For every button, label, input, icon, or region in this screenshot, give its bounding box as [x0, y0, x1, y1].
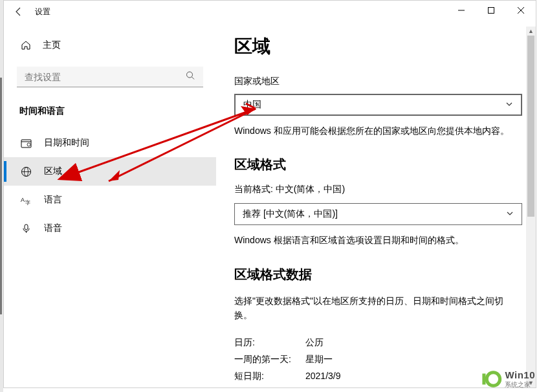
home-icon — [19, 40, 32, 50]
data-row-value: 星期一 — [305, 354, 333, 365]
watermark-line1: Win10 — [505, 370, 535, 381]
sidebar-item-label: 日期和时间 — [44, 137, 89, 149]
svg-point-8 — [27, 143, 30, 146]
format-data-title: 区域格式数据 — [234, 266, 518, 283]
minimize-button[interactable] — [446, 1, 476, 20]
format-dropdown[interactable]: 推荐 [中文(简体，中国)] — [234, 203, 522, 225]
data-row: 日历:公历 — [234, 334, 518, 351]
format-help-text: Windows 根据语言和区域首选项设置日期和时间的格式。 — [234, 233, 518, 247]
data-row: 长日期:2021年3月9日 — [234, 385, 518, 387]
clock-icon — [19, 138, 32, 149]
chevron-down-icon — [505, 99, 513, 111]
data-row-value: 公历 — [305, 337, 324, 349]
sidebar-item-label: 语言 — [44, 194, 62, 206]
data-row: 短日期:2021/3/9 — [234, 368, 518, 385]
chevron-down-icon — [506, 208, 514, 220]
search-input[interactable] — [17, 67, 203, 87]
country-value: 中国 — [243, 99, 261, 111]
svg-rect-6 — [21, 140, 31, 147]
sidebar-category: 时间和语言 — [19, 105, 216, 117]
watermark: Win10 系统之家 — [480, 368, 535, 390]
sidebar-item-label: 区域 — [44, 166, 62, 177]
sidebar-item-speech[interactable]: 语音 — [4, 214, 216, 243]
language-icon: A字 — [19, 195, 32, 206]
format-value: 推荐 [中文(简体，中国)] — [243, 208, 338, 220]
sidebar-home[interactable]: 主页 — [4, 34, 216, 56]
country-dropdown[interactable]: 中国 — [234, 94, 522, 116]
data-row-label: 短日期: — [234, 371, 305, 382]
svg-point-4 — [187, 72, 193, 78]
sidebar: 主页 时间和语言 日期和时间 区域 A字 语言 语音 — [4, 23, 216, 387]
window-title: 设置 — [35, 6, 50, 17]
svg-point-20 — [487, 373, 500, 386]
sidebar-item-label: 语音 — [44, 223, 62, 234]
watermark-line2: 系统之家 — [505, 381, 535, 388]
sidebar-item-language[interactable]: A字 语言 — [4, 186, 216, 214]
sidebar-item-datetime[interactable]: 日期和时间 — [4, 129, 216, 157]
settings-window: 设置 主页 时间和语言 日期和时间 区域 — [3, 0, 536, 388]
scrollbar[interactable]: ▲ ▼ — [526, 27, 536, 387]
sidebar-home-label: 主页 — [43, 39, 61, 51]
data-row-label: 一周的第一天: — [234, 354, 305, 365]
data-row: 一周的第一天:星期一 — [234, 351, 518, 368]
country-label: 国家或地区 — [234, 76, 518, 87]
current-format: 当前格式: 中文(简体，中国) — [234, 184, 518, 195]
format-section-title: 区域格式 — [234, 156, 518, 173]
scroll-up-icon[interactable]: ▲ — [526, 27, 536, 36]
back-button[interactable] — [8, 1, 30, 23]
globe-icon — [19, 166, 32, 177]
window-controls — [446, 1, 536, 20]
svg-text:A: A — [21, 197, 25, 203]
data-row-label: 日历: — [234, 337, 305, 349]
watermark-logo-icon — [480, 368, 502, 390]
titlebar: 设置 — [4, 1, 536, 23]
country-help-text: Windows 和应用可能会根据您所在的国家或地区向您提供本地内容。 — [234, 124, 518, 138]
svg-text:字: 字 — [25, 200, 30, 206]
content-area: 区域 国家或地区 中国 Windows 和应用可能会根据您所在的国家或地区向您提… — [216, 23, 536, 387]
data-row-value: 2021/3/9 — [305, 371, 341, 382]
close-button[interactable] — [506, 1, 536, 20]
format-data-rows: 日历:公历 一周的第一天:星期一 短日期:2021/3/9 长日期:2021年3… — [234, 334, 518, 387]
page-title: 区域 — [234, 34, 518, 59]
scrollbar-thumb[interactable] — [527, 36, 534, 217]
svg-rect-14 — [25, 224, 28, 230]
sidebar-item-region[interactable]: 区域 — [4, 157, 216, 186]
microphone-icon — [19, 223, 32, 234]
svg-line-5 — [192, 77, 195, 80]
format-data-help: 选择"更改数据格式"以在地区所支持的日历、日期和时间格式之间切换。 — [234, 294, 518, 323]
maximize-button[interactable] — [476, 1, 506, 20]
search-icon — [186, 71, 195, 83]
svg-rect-1 — [489, 8, 494, 14]
